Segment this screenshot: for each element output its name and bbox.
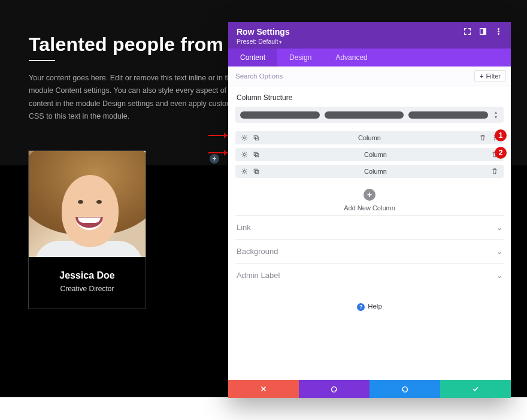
- panel-tabs: Content Design Advanced: [228, 49, 511, 67]
- save-button[interactable]: [440, 380, 511, 398]
- undo-button[interactable]: [299, 380, 369, 398]
- accordion-label: Admin Label: [237, 271, 280, 280]
- add-column-label: Add New Column: [235, 204, 504, 211]
- person-photo: [29, 151, 146, 257]
- column-structure-stepper[interactable]: ▴ ▾: [493, 110, 499, 119]
- panel-footer: [228, 380, 511, 398]
- column-row[interactable]: Column: [235, 148, 504, 161]
- gear-icon[interactable]: [240, 167, 249, 176]
- help-icon: ?: [357, 303, 365, 311]
- column-row[interactable]: Column: [235, 131, 504, 144]
- annotation-arrow-1: [208, 135, 229, 136]
- duplicate-icon[interactable]: [252, 134, 261, 142]
- help-label: Help: [368, 303, 382, 310]
- add-module-button[interactable]: +: [210, 154, 219, 164]
- gear-icon[interactable]: [240, 134, 249, 142]
- page-bottom-bg: [0, 397, 527, 420]
- svg-point-4: [498, 33, 499, 34]
- annotation-badge-1: 1: [495, 129, 507, 141]
- column-row[interactable]: Column: [235, 165, 504, 178]
- column-row-label: Column: [261, 168, 490, 175]
- svg-point-3: [498, 31, 499, 32]
- panel-preset[interactable]: Preset: Default▾: [237, 38, 290, 45]
- chevron-up-icon: ▴: [495, 110, 497, 114]
- column-row-label: Column: [261, 151, 490, 158]
- snap-panel-icon[interactable]: [478, 27, 487, 35]
- person-name: Jessica Doe: [35, 270, 140, 281]
- caret-down-icon: ▾: [279, 39, 282, 45]
- column-structure-selector[interactable]: ▴ ▾: [235, 107, 504, 123]
- column-bar: [240, 111, 320, 119]
- expand-icon[interactable]: [463, 27, 471, 35]
- add-column-button[interactable]: +: [364, 189, 375, 201]
- filter-button[interactable]: + Filter: [474, 70, 506, 82]
- accordion-link[interactable]: Link ⌄: [235, 215, 504, 239]
- trash-icon[interactable]: [478, 134, 487, 142]
- cancel-button[interactable]: [228, 380, 299, 398]
- filter-label: Filter: [486, 72, 501, 80]
- svg-point-10: [494, 140, 495, 141]
- redo-button[interactable]: [369, 380, 440, 398]
- duplicate-icon[interactable]: [252, 167, 261, 176]
- tab-advanced[interactable]: Advanced: [323, 49, 379, 67]
- accordion-background[interactable]: Background ⌄: [235, 239, 504, 263]
- panel-preset-prefix: Preset:: [237, 38, 258, 45]
- panel-body: Column Structure ▴ ▾ Column: [228, 86, 511, 380]
- tab-content[interactable]: Content: [228, 49, 277, 67]
- gear-icon[interactable]: [240, 150, 249, 159]
- chevron-down-icon: ⌄: [496, 223, 502, 232]
- column-bar: [408, 111, 488, 119]
- chevron-down-icon: ⌄: [496, 247, 502, 256]
- svg-rect-1: [483, 28, 485, 34]
- trash-icon[interactable]: [490, 167, 499, 176]
- person-info: Jessica Doe Creative Director: [29, 257, 146, 309]
- page-description: Your content goes here. Edit or remove t…: [29, 72, 244, 123]
- svg-point-2: [498, 28, 499, 29]
- accordion-admin-label[interactable]: Admin Label ⌄: [235, 263, 504, 287]
- column-bar: [325, 111, 404, 119]
- accordion-label: Background: [237, 247, 278, 256]
- chevron-down-icon: ▾: [495, 115, 497, 119]
- page-title: Talented people from all: [29, 34, 251, 56]
- annotation-badge-2: 2: [495, 147, 507, 159]
- panel-searchbar: + Filter: [228, 67, 511, 86]
- kebab-menu-icon[interactable]: [494, 27, 502, 35]
- page-title-underline: [29, 60, 55, 61]
- help-row[interactable]: ?Help: [235, 303, 504, 311]
- panel-header: Row Settings Preset: Default▾: [228, 22, 511, 49]
- annotation-arrow-2: [208, 152, 229, 153]
- accordion-label: Link: [237, 223, 251, 232]
- tab-design[interactable]: Design: [277, 49, 323, 67]
- chevron-down-icon: ⌄: [496, 271, 502, 280]
- panel-title: Row Settings: [237, 27, 290, 37]
- svg-point-14: [243, 170, 245, 172]
- column-structure-bars: [240, 111, 488, 119]
- column-row-label: Column: [261, 134, 478, 141]
- person-card[interactable]: Jessica Doe Creative Director: [28, 150, 146, 309]
- svg-point-5: [243, 137, 245, 138]
- search-input[interactable]: [235, 72, 427, 80]
- plus-icon: +: [480, 72, 483, 80]
- duplicate-icon[interactable]: [252, 150, 261, 159]
- svg-point-11: [243, 153, 245, 155]
- panel-preset-value: Default: [258, 38, 278, 45]
- row-settings-panel: Row Settings Preset: Default▾ Content De…: [228, 22, 511, 398]
- column-structure-label: Column Structure: [237, 93, 502, 102]
- column-rows: Column Column: [235, 131, 504, 178]
- add-column: + Add New Column: [235, 189, 504, 211]
- person-role: Creative Director: [35, 285, 140, 293]
